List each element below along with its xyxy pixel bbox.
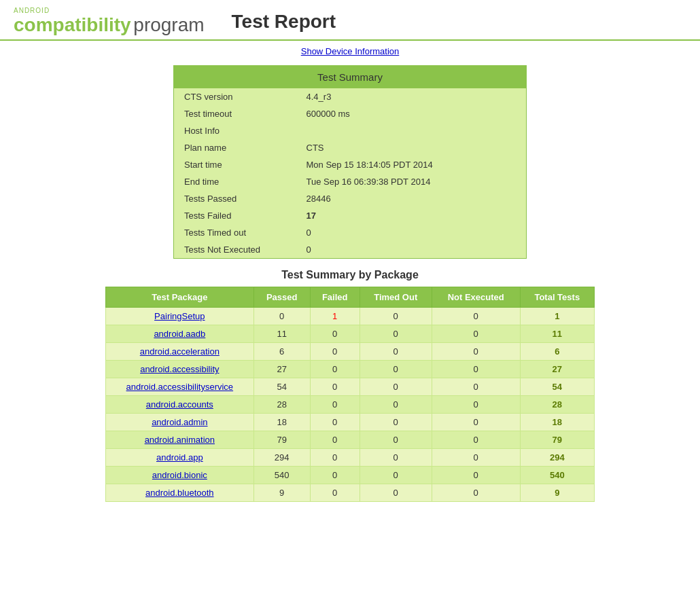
table-row: android.accessibility2700027	[106, 361, 595, 378]
summary-value: 28446	[296, 190, 527, 207]
summary-value: Tue Sep 16 06:39:38 PDT 2014	[296, 173, 527, 190]
table-row: PairingSetup01001	[106, 308, 595, 325]
table-row: android.accessibilityservice5400054	[106, 378, 595, 396]
pkg-passed: 6	[253, 343, 310, 361]
pkg-total: 294	[520, 449, 594, 467]
pkg-total: 54	[520, 378, 594, 396]
pkg-name[interactable]: PairingSetup	[106, 308, 254, 325]
pkg-failed: 0	[310, 484, 360, 502]
summary-row: CTS version4.4_r3	[174, 88, 527, 105]
pkg-notexec: 0	[432, 484, 520, 502]
summary-row: Tests Timed out0	[174, 224, 527, 241]
pkg-timedout: 0	[360, 378, 432, 396]
pkg-name[interactable]: android.accounts	[106, 396, 254, 414]
pkg-total: 18	[520, 414, 594, 431]
page-title: Test Report	[232, 11, 336, 33]
pkg-failed: 1	[310, 308, 360, 325]
pkg-failed: 0	[310, 361, 360, 378]
pkg-total: 28	[520, 396, 594, 414]
summary-value: 0	[296, 224, 527, 241]
pkg-failed: 0	[310, 414, 360, 431]
summary-value: Mon Sep 15 18:14:05 PDT 2014	[296, 156, 527, 173]
summary-value: 0	[296, 241, 527, 259]
summary-row: Host Info	[174, 122, 527, 139]
table-row: android.bionic540000540	[106, 467, 595, 484]
summary-row: Tests Failed17	[174, 207, 527, 224]
summary-label: End time	[174, 173, 296, 190]
pkg-name[interactable]: android.aadb	[106, 325, 254, 343]
summary-label: Host Info	[174, 122, 296, 139]
summary-title: Test Summary	[174, 66, 527, 89]
pkg-notexec: 0	[432, 414, 520, 431]
logo-compat: compatibility	[14, 14, 131, 35]
pkg-name[interactable]: android.accessibilityservice	[106, 378, 254, 396]
logo-area: ANDROID compatibility program	[14, 7, 205, 36]
table-row: android.animation7900079	[106, 431, 595, 449]
pkg-passed: 9	[253, 484, 310, 502]
pkg-timedout: 0	[360, 449, 432, 467]
pkg-failed: 0	[310, 467, 360, 484]
pkg-name[interactable]: android.bionic	[106, 467, 254, 484]
pkg-failed: 0	[310, 431, 360, 449]
summary-label: Tests Timed out	[174, 224, 296, 241]
summary-label: CTS version	[174, 88, 296, 105]
summary-value: CTS	[296, 139, 527, 156]
pkg-timedout: 0	[360, 396, 432, 414]
pkg-failed: 0	[310, 449, 360, 467]
header: ANDROID compatibility program Test Repor…	[0, 0, 700, 41]
pkg-notexec: 0	[432, 308, 520, 325]
pkg-timedout: 0	[360, 467, 432, 484]
pkg-timedout: 0	[360, 325, 432, 343]
pkg-col-header: Test Package	[106, 287, 254, 308]
summary-row: Tests Passed28446	[174, 190, 527, 207]
pkg-total: 79	[520, 431, 594, 449]
pkg-col-header: Not Executed	[432, 287, 520, 308]
logo-line: compatibility program	[14, 14, 205, 36]
pkg-timedout: 0	[360, 414, 432, 431]
pkg-total: 27	[520, 361, 594, 378]
pkg-timedout: 0	[360, 308, 432, 325]
pkg-timedout: 0	[360, 361, 432, 378]
pkg-failed: 0	[310, 325, 360, 343]
pkg-name[interactable]: android.accessibility	[106, 361, 254, 378]
table-row: android.app294000294	[106, 449, 595, 467]
pkg-passed: 540	[253, 467, 310, 484]
pkg-col-header: Passed	[253, 287, 310, 308]
summary-label: Tests Failed	[174, 207, 296, 224]
pkg-timedout: 0	[360, 343, 432, 361]
device-info-link[interactable]: Show Device Information	[301, 46, 400, 56]
android-label: ANDROID	[14, 7, 205, 14]
pkg-name[interactable]: android.admin	[106, 414, 254, 431]
summary-row: Plan nameCTS	[174, 139, 527, 156]
pkg-notexec: 0	[432, 467, 520, 484]
pkg-passed: 294	[253, 449, 310, 467]
pkg-failed: 0	[310, 378, 360, 396]
summary-label: Start time	[174, 156, 296, 173]
table-row: android.aadb1100011	[106, 325, 595, 343]
pkg-name[interactable]: android.app	[106, 449, 254, 467]
summary-value: 600000 ms	[296, 105, 527, 122]
summary-container: Test Summary CTS version4.4_r3Test timeo…	[0, 65, 700, 259]
summary-row: End timeTue Sep 16 06:39:38 PDT 2014	[174, 173, 527, 190]
pkg-notexec: 0	[432, 449, 520, 467]
pkg-failed: 0	[310, 396, 360, 414]
pkg-col-header: Total Tests	[520, 287, 594, 308]
pkg-total: 1	[520, 308, 594, 325]
table-row: android.admin1800018	[106, 414, 595, 431]
pkg-summary-title: Test Summary by Package	[0, 269, 700, 281]
pkg-col-header: Timed Out	[360, 287, 432, 308]
pkg-total: 540	[520, 467, 594, 484]
pkg-name[interactable]: android.acceleration	[106, 343, 254, 361]
pkg-name[interactable]: android.animation	[106, 431, 254, 449]
pkg-table-container: Test PackagePassedFailedTimed OutNot Exe…	[0, 287, 700, 502]
pkg-table-body: PairingSetup01001android.aadb1100011andr…	[106, 308, 595, 502]
table-row: android.accounts2800028	[106, 396, 595, 414]
summary-row: Test timeout600000 ms	[174, 105, 527, 122]
pkg-passed: 11	[253, 325, 310, 343]
pkg-total: 11	[520, 325, 594, 343]
pkg-name[interactable]: android.bluetooth	[106, 484, 254, 502]
pkg-notexec: 0	[432, 396, 520, 414]
device-info-section: Show Device Information	[0, 41, 700, 62]
pkg-passed: 79	[253, 431, 310, 449]
summary-value: 4.4_r3	[296, 88, 527, 105]
